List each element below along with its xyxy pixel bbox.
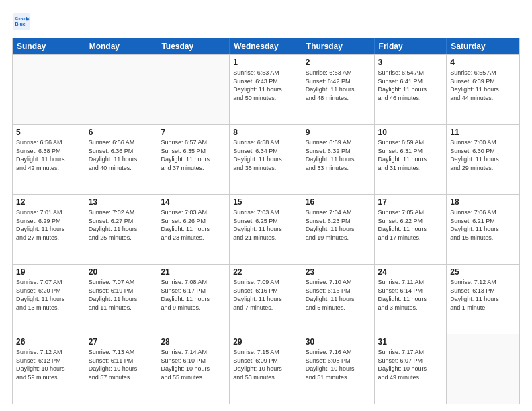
calendar-cell: 20Sunrise: 7:07 AM Sunset: 6:19 PM Dayli… (85, 265, 158, 334)
calendar-row: 12Sunrise: 7:01 AM Sunset: 6:29 PM Dayli… (13, 194, 519, 264)
calendar-cell: 28Sunrise: 7:14 AM Sunset: 6:10 PM Dayli… (157, 334, 230, 404)
day-number: 1 (233, 58, 298, 67)
cell-info: Sunrise: 6:54 AM Sunset: 6:41 PM Dayligh… (378, 68, 443, 102)
calendar-row: 19Sunrise: 7:07 AM Sunset: 6:20 PM Dayli… (13, 264, 519, 334)
day-number: 27 (89, 337, 154, 347)
cell-info: Sunrise: 6:55 AM Sunset: 6:39 PM Dayligh… (450, 68, 516, 102)
calendar-cell: 3Sunrise: 6:54 AM Sunset: 6:41 PM Daylig… (375, 55, 447, 124)
calendar-cell: 17Sunrise: 7:05 AM Sunset: 6:22 PM Dayli… (375, 195, 447, 264)
calendar-cell: 8Sunrise: 6:58 AM Sunset: 6:34 PM Daylig… (230, 125, 302, 194)
cell-info: Sunrise: 7:12 AM Sunset: 6:13 PM Dayligh… (450, 278, 516, 312)
cell-info: Sunrise: 6:57 AM Sunset: 6:35 PM Dayligh… (161, 138, 226, 172)
calendar-cell: 5Sunrise: 6:56 AM Sunset: 6:38 PM Daylig… (13, 125, 85, 194)
day-number: 21 (161, 267, 226, 277)
day-number: 29 (233, 337, 298, 347)
cell-info: Sunrise: 7:03 AM Sunset: 6:25 PM Dayligh… (233, 208, 298, 242)
cell-info: Sunrise: 7:03 AM Sunset: 6:26 PM Dayligh… (161, 208, 226, 242)
day-number: 13 (89, 197, 154, 207)
day-number: 17 (378, 197, 443, 207)
cell-info: Sunrise: 7:10 AM Sunset: 6:15 PM Dayligh… (306, 278, 371, 312)
cell-info: Sunrise: 7:01 AM Sunset: 6:29 PM Dayligh… (16, 208, 81, 242)
calendar-cell: 2Sunrise: 6:53 AM Sunset: 6:42 PM Daylig… (302, 55, 375, 124)
day-number: 8 (233, 128, 298, 137)
logo-icon: General Blue (12, 12, 31, 31)
cell-info: Sunrise: 6:56 AM Sunset: 6:38 PM Dayligh… (16, 138, 81, 172)
calendar-cell: 27Sunrise: 7:13 AM Sunset: 6:11 PM Dayli… (85, 334, 158, 404)
calendar-row: 26Sunrise: 7:12 AM Sunset: 6:12 PM Dayli… (13, 334, 519, 404)
day-number: 12 (16, 197, 81, 207)
calendar-row: 5Sunrise: 6:56 AM Sunset: 6:38 PM Daylig… (13, 124, 519, 194)
calendar-cell: 6Sunrise: 6:56 AM Sunset: 6:36 PM Daylig… (85, 125, 158, 194)
calendar-cell: 13Sunrise: 7:02 AM Sunset: 6:27 PM Dayli… (85, 195, 158, 264)
day-number: 14 (161, 197, 226, 207)
calendar-cell: 18Sunrise: 7:06 AM Sunset: 6:21 PM Dayli… (447, 195, 519, 264)
calendar-cell: 15Sunrise: 7:03 AM Sunset: 6:25 PM Dayli… (230, 195, 302, 264)
calendar-cell: 29Sunrise: 7:15 AM Sunset: 6:09 PM Dayli… (230, 334, 302, 404)
cell-info: Sunrise: 7:11 AM Sunset: 6:14 PM Dayligh… (378, 278, 443, 312)
day-number: 3 (378, 58, 443, 67)
calendar-header: SundayMondayTuesdayWednesdayThursdayFrid… (13, 38, 519, 54)
cell-info: Sunrise: 7:13 AM Sunset: 6:11 PM Dayligh… (89, 348, 154, 381)
calendar: SundayMondayTuesdayWednesdayThursdayFrid… (12, 38, 520, 404)
cell-info: Sunrise: 7:08 AM Sunset: 6:17 PM Dayligh… (161, 278, 226, 312)
weekday-header: Sunday (13, 38, 85, 54)
weekday-header: Saturday (447, 38, 519, 54)
svg-text:Blue: Blue (15, 21, 25, 26)
calendar-cell (447, 334, 519, 404)
day-number: 25 (450, 267, 516, 277)
calendar-cell: 14Sunrise: 7:03 AM Sunset: 6:26 PM Dayli… (157, 195, 230, 264)
calendar-cell: 7Sunrise: 6:57 AM Sunset: 6:35 PM Daylig… (157, 125, 230, 194)
cell-info: Sunrise: 6:56 AM Sunset: 6:36 PM Dayligh… (89, 138, 154, 172)
weekday-header: Tuesday (157, 38, 230, 54)
day-number: 20 (89, 267, 154, 277)
calendar-cell: 11Sunrise: 7:00 AM Sunset: 6:30 PM Dayli… (447, 125, 519, 194)
logo: General Blue (12, 12, 31, 31)
calendar-cell: 31Sunrise: 7:17 AM Sunset: 6:07 PM Dayli… (375, 334, 447, 404)
day-number: 18 (450, 197, 516, 207)
day-number: 19 (16, 267, 81, 277)
calendar-cell: 22Sunrise: 7:09 AM Sunset: 6:16 PM Dayli… (230, 265, 302, 334)
cell-info: Sunrise: 7:07 AM Sunset: 6:20 PM Dayligh… (16, 278, 81, 312)
day-number: 31 (378, 337, 443, 347)
calendar-cell: 21Sunrise: 7:08 AM Sunset: 6:17 PM Dayli… (157, 265, 230, 334)
day-number: 9 (306, 128, 371, 137)
day-number: 7 (161, 128, 226, 137)
calendar-cell: 16Sunrise: 7:04 AM Sunset: 6:23 PM Dayli… (302, 195, 375, 264)
calendar-cell: 10Sunrise: 6:59 AM Sunset: 6:31 PM Dayli… (375, 125, 447, 194)
day-number: 30 (306, 337, 371, 347)
cell-info: Sunrise: 7:12 AM Sunset: 6:12 PM Dayligh… (16, 348, 81, 381)
day-number: 10 (378, 128, 443, 137)
cell-info: Sunrise: 7:16 AM Sunset: 6:08 PM Dayligh… (306, 348, 371, 381)
day-number: 24 (378, 267, 443, 277)
cell-info: Sunrise: 6:53 AM Sunset: 6:42 PM Dayligh… (306, 68, 371, 102)
day-number: 26 (16, 337, 81, 347)
cell-info: Sunrise: 7:06 AM Sunset: 6:21 PM Dayligh… (450, 208, 516, 242)
cell-info: Sunrise: 6:59 AM Sunset: 6:32 PM Dayligh… (306, 138, 371, 172)
day-number: 23 (306, 267, 371, 277)
calendar-cell: 24Sunrise: 7:11 AM Sunset: 6:14 PM Dayli… (375, 265, 447, 334)
cell-info: Sunrise: 7:05 AM Sunset: 6:22 PM Dayligh… (378, 208, 443, 242)
cell-info: Sunrise: 7:07 AM Sunset: 6:19 PM Dayligh… (89, 278, 154, 312)
cell-info: Sunrise: 7:17 AM Sunset: 6:07 PM Dayligh… (378, 348, 443, 381)
calendar-body: 1Sunrise: 6:53 AM Sunset: 6:43 PM Daylig… (13, 54, 519, 404)
page-header: General Blue (12, 12, 520, 31)
calendar-cell: 25Sunrise: 7:12 AM Sunset: 6:13 PM Dayli… (447, 265, 519, 334)
calendar-row: 1Sunrise: 6:53 AM Sunset: 6:43 PM Daylig… (13, 54, 519, 124)
calendar-cell: 12Sunrise: 7:01 AM Sunset: 6:29 PM Dayli… (13, 195, 85, 264)
day-number: 2 (306, 58, 371, 67)
calendar-cell (157, 55, 230, 124)
calendar-cell: 30Sunrise: 7:16 AM Sunset: 6:08 PM Dayli… (302, 334, 375, 404)
calendar-cell (13, 55, 85, 124)
day-number: 6 (89, 128, 154, 137)
weekday-header: Monday (85, 38, 158, 54)
cell-info: Sunrise: 7:15 AM Sunset: 6:09 PM Dayligh… (233, 348, 298, 381)
cell-info: Sunrise: 7:09 AM Sunset: 6:16 PM Dayligh… (233, 278, 298, 312)
weekday-header: Friday (375, 38, 447, 54)
day-number: 28 (161, 337, 226, 347)
day-number: 16 (306, 197, 371, 207)
calendar-cell: 9Sunrise: 6:59 AM Sunset: 6:32 PM Daylig… (302, 125, 375, 194)
calendar-cell: 19Sunrise: 7:07 AM Sunset: 6:20 PM Dayli… (13, 265, 85, 334)
weekday-header: Thursday (302, 38, 375, 54)
cell-info: Sunrise: 7:14 AM Sunset: 6:10 PM Dayligh… (161, 348, 226, 381)
calendar-cell: 23Sunrise: 7:10 AM Sunset: 6:15 PM Dayli… (302, 265, 375, 334)
